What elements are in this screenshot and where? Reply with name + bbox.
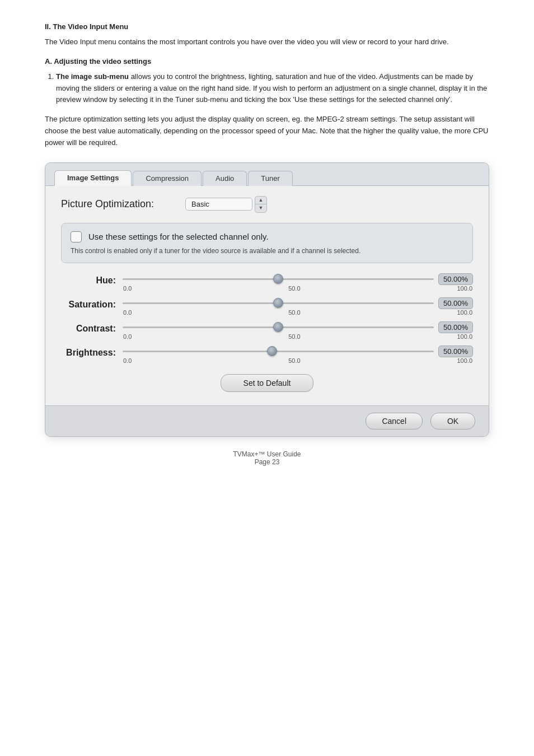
saturation-slider-col: 50.00% 0.0 50.0 100.0 [123,297,473,316]
brightness-tick-mid: 50.0 [288,357,300,364]
checkbox-row: Use these settings for the selected chan… [71,231,463,242]
dialog-container: Image Settings Compression Audio Tuner P… [45,162,489,437]
page-footer: TVMax+™ User Guide Page 23 [45,450,489,466]
set-default-row: Set to Default [61,374,473,392]
hue-tick-min: 0.0 [123,285,132,292]
saturation-line [123,302,434,304]
saturation-track-row: 50.00% [123,297,473,309]
hue-value[interactable]: 50.00% [438,273,473,285]
hue-slider-col: 50.00% 0.0 50.0 100.0 [123,273,473,292]
hue-thumb[interactable] [273,274,283,284]
hue-tick-max: 100.0 [457,285,472,292]
brightness-track-row: 50.00% [123,346,473,357]
checkbox-section: Use these settings for the selected chan… [61,223,473,263]
contrast-slider-row: Contrast: 50.00% 0.0 50.0 [61,321,473,340]
brightness-tick-min: 0.0 [123,357,132,364]
brightness-tick-max: 100.0 [457,357,472,364]
stepper-up-icon[interactable]: ▲ [255,197,266,205]
saturation-tick-mid: 50.0 [288,309,300,316]
tab-audio[interactable]: Audio [203,171,247,186]
tab-tuner[interactable]: Tuner [248,171,292,186]
hue-tick-mid: 50.0 [288,285,300,292]
sub-heading-a: A. Adjusting the video settings [45,57,489,66]
picture-opt-text: The picture optimization setting lets yo… [45,114,489,148]
contrast-track[interactable] [123,322,434,332]
picture-opt-value: Basic [191,200,209,208]
contrast-value[interactable]: 50.00% [438,321,473,333]
hue-line [123,278,434,280]
brightness-slider-row: Brightness: 50.00% 0.0 50 [61,346,473,364]
stepper-down-icon[interactable]: ▼ [255,204,266,212]
dialog-body: Picture Optimization: Basic ▲ ▼ Use thes… [45,186,489,405]
saturation-ticks: 0.0 50.0 100.0 [123,309,473,316]
hue-slider-row: Hue: 50.00% 0.0 50.0 [61,273,473,292]
brightness-label: Brightness: [61,346,123,358]
saturation-slider-row: Saturation: 50.00% 0.0 50 [61,297,473,316]
set-to-default-button[interactable]: Set to Default [221,374,314,392]
saturation-label: Saturation: [61,297,123,310]
brightness-track[interactable] [123,346,434,356]
intro-text: The Video Input menu contains the most i… [45,36,489,48]
saturation-tick-min: 0.0 [123,309,132,316]
list-item-1-bold: The image sub-menu [56,72,129,81]
ok-button[interactable]: OK [430,413,475,430]
brightness-value[interactable]: 50.00% [438,346,473,357]
saturation-tick-max: 100.0 [457,309,472,316]
cancel-button[interactable]: Cancel [366,413,423,430]
picture-opt-stepper[interactable]: ▲ ▼ [255,196,267,213]
contrast-tick-mid: 50.0 [288,333,300,340]
saturation-value[interactable]: 50.00% [438,297,473,309]
contrast-thumb[interactable] [273,322,283,332]
tabs-row: Image Settings Compression Audio Tuner [45,163,489,186]
contrast-label: Contrast: [61,321,123,334]
brightness-slider-col: 50.00% 0.0 50.0 100.0 [123,346,473,364]
footer-line1: TVMax+™ User Guide [45,450,489,458]
list-item-1: The image sub-menu allows you to control… [56,71,489,106]
contrast-tick-min: 0.0 [123,333,132,340]
page: II. The Video Input Menu The Video Input… [0,0,534,756]
picture-opt-select-box[interactable]: Basic [185,198,252,211]
hue-track[interactable] [123,274,434,284]
brightness-line [123,351,434,352]
picture-optimization-row: Picture Optimization: Basic ▲ ▼ [61,196,473,213]
picture-opt-select[interactable]: Basic ▲ ▼ [185,196,267,213]
checkbox-label: Use these settings for the selected chan… [88,232,269,241]
hue-ticks: 0.0 50.0 100.0 [123,285,473,292]
channel-only-checkbox[interactable] [71,231,82,242]
brightness-ticks: 0.0 50.0 100.0 [123,357,473,364]
contrast-line [123,326,434,328]
contrast-ticks: 0.0 50.0 100.0 [123,333,473,340]
saturation-thumb[interactable] [273,298,283,308]
dialog-footer: Cancel OK [45,405,489,436]
checkbox-hint: This control is enabled only if a tuner … [71,246,463,256]
saturation-track[interactable] [123,298,434,308]
tab-image-settings[interactable]: Image Settings [54,170,132,186]
contrast-slider-col: 50.00% 0.0 50.0 100.0 [123,321,473,340]
brightness-thumb[interactable] [267,346,277,356]
contrast-track-row: 50.00% [123,321,473,333]
picture-opt-label: Picture Optimization: [61,198,179,210]
section-heading: II. The Video Input Menu [45,22,489,31]
sliders-section: Hue: 50.00% 0.0 50.0 [61,273,473,364]
hue-label: Hue: [61,273,123,286]
contrast-tick-max: 100.0 [457,333,472,340]
hue-track-row: 50.00% [123,273,473,285]
tab-compression[interactable]: Compression [133,171,202,186]
footer-line2: Page 23 [45,458,489,466]
